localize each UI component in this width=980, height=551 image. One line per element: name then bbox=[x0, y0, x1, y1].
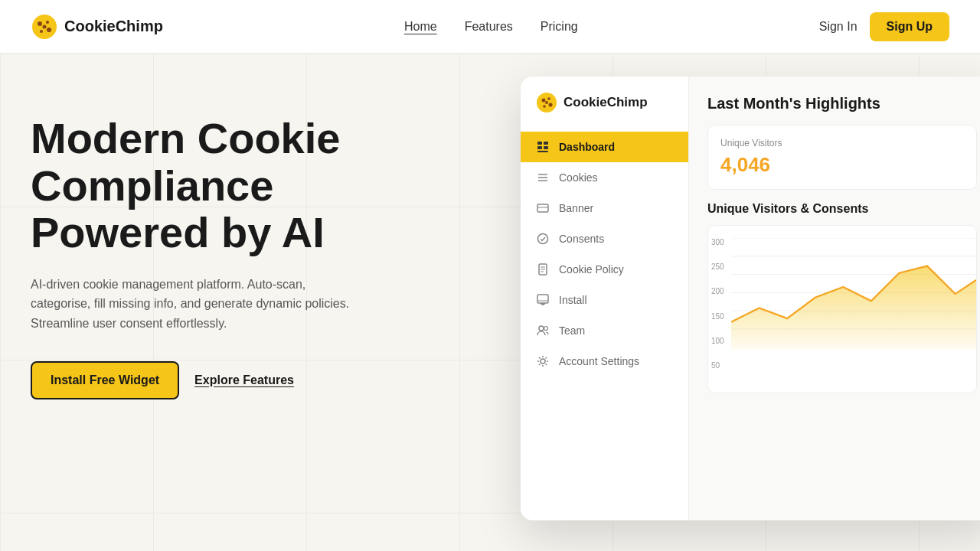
unique-visitors-card: Unique Visitors 4,046 bbox=[707, 125, 977, 190]
chart-area: 300 250 200 150 100 50 bbox=[707, 225, 977, 393]
nav-features[interactable]: Features bbox=[465, 20, 513, 33]
stat-label: Unique Visitors bbox=[720, 138, 964, 148]
svg-rect-15 bbox=[544, 146, 548, 149]
chart-title: Unique Visitors & Consents bbox=[707, 202, 977, 216]
svg-point-31 bbox=[539, 326, 544, 331]
dash-nav-team[interactable]: Team bbox=[521, 315, 688, 346]
chart-label-200: 200 bbox=[711, 287, 724, 295]
logo-link[interactable]: CookieChimp bbox=[31, 13, 163, 41]
svg-point-1 bbox=[38, 21, 42, 26]
chart-label-250: 250 bbox=[711, 262, 724, 271]
logo-text: CookieChimp bbox=[64, 18, 163, 35]
account-settings-icon bbox=[536, 354, 550, 368]
svg-point-5 bbox=[43, 24, 47, 28]
dash-nav-cookies[interactable]: Cookies bbox=[521, 162, 688, 193]
svg-point-22 bbox=[538, 234, 548, 244]
svg-point-4 bbox=[40, 30, 43, 33]
signup-button[interactable]: Sign Up bbox=[870, 12, 949, 41]
svg-point-2 bbox=[46, 21, 49, 24]
navigation: CookieChimp Home Features Pricing Sign I… bbox=[0, 0, 980, 54]
dashboard-icon bbox=[536, 140, 550, 154]
nav-home[interactable]: Home bbox=[404, 20, 437, 33]
dash-nav-cookies-label: Cookies bbox=[559, 171, 598, 184]
svg-rect-12 bbox=[537, 142, 542, 145]
signin-button[interactable]: Sign In bbox=[819, 20, 858, 34]
chart-label-50: 50 bbox=[711, 361, 724, 370]
dash-nav-consents-label: Consents bbox=[559, 233, 604, 245]
dashboard-mockup: CookieChimp Dashboard bbox=[521, 77, 980, 520]
chart-label-150: 150 bbox=[711, 312, 724, 321]
dash-nav-dashboard[interactable]: Dashboard bbox=[521, 132, 688, 162]
dash-nav-cookie-policy-label: Cookie Policy bbox=[559, 263, 624, 276]
hero-section: Modern Cookie Compliance Powered by AI A… bbox=[0, 54, 980, 551]
svg-point-11 bbox=[545, 101, 548, 104]
dash-nav-install-label: Install bbox=[559, 294, 587, 306]
hero-buttons: Install Free Widget Explore Features bbox=[31, 361, 398, 399]
team-icon bbox=[536, 324, 550, 337]
dash-nav-consents[interactable]: Consents bbox=[521, 223, 688, 254]
cookie-policy-icon bbox=[536, 262, 550, 276]
explore-features-button[interactable]: Explore Features bbox=[194, 373, 294, 387]
svg-point-33 bbox=[541, 359, 545, 364]
chart-label-100: 100 bbox=[711, 337, 724, 345]
nav-actions: Sign In Sign Up bbox=[819, 12, 949, 41]
nav-links: Home Features Pricing bbox=[404, 20, 578, 34]
banner-icon bbox=[536, 201, 550, 215]
dash-nav-team-label: Team bbox=[559, 324, 585, 337]
dash-logo: CookieChimp bbox=[521, 92, 688, 132]
install-icon bbox=[536, 293, 550, 307]
stat-value: 4,046 bbox=[720, 153, 964, 177]
svg-point-9 bbox=[549, 103, 553, 107]
dash-nav-cookie-policy[interactable]: Cookie Policy bbox=[521, 254, 688, 285]
chart-label-300: 300 bbox=[711, 238, 724, 246]
svg-rect-16 bbox=[537, 151, 548, 152]
svg-point-7 bbox=[542, 99, 546, 103]
dash-nav-install[interactable]: Install bbox=[521, 285, 688, 315]
hero-content: Modern Cookie Compliance Powered by AI A… bbox=[31, 99, 398, 399]
dash-nav-banner[interactable]: Banner bbox=[521, 193, 688, 223]
svg-point-3 bbox=[47, 28, 51, 32]
chart-y-labels: 300 250 200 150 100 50 bbox=[708, 238, 724, 370]
dash-logo-icon bbox=[536, 92, 557, 113]
dash-nav-account-settings-label: Account Settings bbox=[559, 355, 639, 367]
hero-title: Modern Cookie Compliance Powered by AI bbox=[31, 115, 398, 256]
hero-subtitle: AI-driven cookie management platform. Au… bbox=[31, 275, 352, 334]
svg-point-8 bbox=[547, 97, 550, 100]
svg-rect-14 bbox=[537, 146, 542, 149]
dashboard-sidebar: CookieChimp Dashboard bbox=[521, 77, 689, 520]
svg-point-10 bbox=[543, 105, 546, 108]
svg-rect-27 bbox=[537, 295, 548, 303]
svg-point-32 bbox=[544, 327, 548, 331]
chart-svg bbox=[731, 238, 976, 350]
dash-nav-dashboard-label: Dashboard bbox=[559, 141, 615, 153]
dashboard-section-title: Last Month's Highlights bbox=[707, 95, 977, 112]
cookies-icon bbox=[536, 171, 550, 184]
dashboard-main: Last Month's Highlights Unique Visitors … bbox=[689, 77, 980, 520]
install-widget-button[interactable]: Install Free Widget bbox=[31, 361, 179, 399]
dash-logo-text: CookieChimp bbox=[564, 95, 648, 110]
dash-nav-account-settings[interactable]: Account Settings bbox=[521, 346, 688, 377]
nav-pricing[interactable]: Pricing bbox=[541, 20, 578, 33]
svg-rect-20 bbox=[537, 204, 548, 212]
consents-icon bbox=[536, 232, 550, 246]
dash-nav-banner-label: Banner bbox=[559, 202, 593, 214]
logo-icon bbox=[31, 13, 58, 41]
svg-rect-13 bbox=[544, 142, 548, 145]
